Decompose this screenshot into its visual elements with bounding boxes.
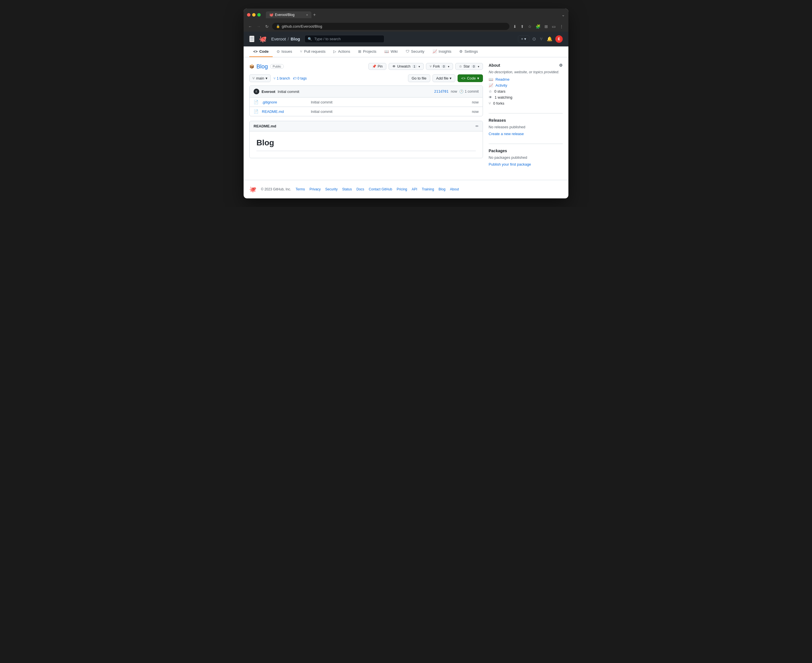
bookmark-icon[interactable]: ☆ <box>526 23 533 30</box>
issues-icon[interactable]: ⊙ <box>531 35 537 43</box>
commit-hash[interactable]: 211d701 <box>434 89 449 94</box>
hamburger-menu-icon[interactable]: ☰ <box>249 36 254 42</box>
star-button[interactable]: ☆ Star 0 <box>455 63 483 70</box>
new-button[interactable]: + ▾ <box>518 36 529 42</box>
releases-title: Releases <box>489 118 506 123</box>
publish-package-link[interactable]: Publish your first package <box>489 161 563 167</box>
tab-actions[interactable]: ▷ Actions <box>329 47 354 57</box>
footer-copyright: © 2023 GitHub, Inc. <box>261 187 291 191</box>
pin-icon: 📌 <box>372 65 376 68</box>
maximize-traffic-light[interactable] <box>257 13 261 16</box>
repo-content: 📦 Blog Public 📌 Pin 👁 Unwatch 1 <box>249 63 483 174</box>
traffic-lights <box>247 13 261 16</box>
tab-settings[interactable]: ⚙ Settings <box>455 47 482 57</box>
sidebar-divider-1 <box>489 113 563 113</box>
eye-stat-icon: 👁 <box>489 95 492 99</box>
sidebar-toggle-icon[interactable]: ▭ <box>550 23 557 30</box>
no-releases-text: No releases published <box>489 125 563 129</box>
branch-selector[interactable]: ⑂ main ▾ <box>249 74 271 82</box>
tab-code[interactable]: <> Code <box>249 47 273 57</box>
packages-section: Packages No packages published Publish y… <box>489 149 563 167</box>
extensions-icon[interactable]: 🧩 <box>534 23 542 30</box>
footer-training[interactable]: Training <box>422 187 434 191</box>
tab-insights[interactable]: 📈 Insights <box>428 47 455 57</box>
file-name[interactable]: .gitignore <box>262 100 307 104</box>
readme-filename: README.md <box>253 124 276 128</box>
repo-title: Blog <box>257 63 268 70</box>
reload-button[interactable]: ↻ <box>264 23 270 30</box>
edit-readme-button[interactable]: ✏ <box>476 124 479 128</box>
sidebar-divider-2 <box>489 144 563 144</box>
packages-header: Packages <box>489 149 563 153</box>
new-tab-button[interactable]: + <box>313 12 316 18</box>
branches-link[interactable]: ⑂ 1 branch <box>273 76 290 80</box>
tab-close-button[interactable]: × <box>306 13 308 16</box>
search-bar[interactable]: 🔍 Type / to search <box>305 35 384 43</box>
breadcrumb: Everoot / Blog <box>271 37 300 41</box>
pin-button[interactable]: 📌 Pin <box>368 63 386 70</box>
footer-blog[interactable]: Blog <box>439 187 445 191</box>
file-commit: Initial commit <box>311 110 468 114</box>
footer-about[interactable]: About <box>450 187 459 191</box>
back-button[interactable]: ← <box>247 23 253 30</box>
breadcrumb-separator: / <box>288 37 289 41</box>
fork-icon: ⑂ <box>429 65 432 68</box>
lock-icon: 🔒 <box>276 24 280 28</box>
tabs-icon[interactable]: ⊞ <box>543 23 549 30</box>
unwatch-button[interactable]: 👁 Unwatch 1 <box>389 63 424 70</box>
upload-icon[interactable]: ⬆ <box>519 23 525 30</box>
go-to-file-button[interactable]: Go to file <box>408 74 430 82</box>
main-content: 📦 Blog Public 📌 Pin 👁 Unwatch 1 <box>244 57 568 180</box>
footer-pricing[interactable]: Pricing <box>397 187 407 191</box>
tags-link[interactable]: 🏷 0 tags <box>293 76 307 80</box>
code-button[interactable]: <> Code ▾ <box>458 74 483 82</box>
tab-pull-requests[interactable]: ⑂ Pull requests <box>296 47 329 57</box>
commit-header: E Everoot Initial commit 211d701 now 🕐 1… <box>250 86 483 97</box>
code-icon: <> <box>461 76 465 80</box>
tab-issues[interactable]: ⊙ Issues <box>273 47 296 57</box>
repo-title-row: 📦 Blog Public 📌 Pin 👁 Unwatch 1 <box>249 63 483 70</box>
owner-link[interactable]: Everoot <box>271 37 286 41</box>
forward-button[interactable]: → <box>255 23 262 30</box>
star-icon: ☆ <box>459 65 462 68</box>
avatar[interactable]: E <box>555 36 563 43</box>
footer-contact[interactable]: Contact GitHub <box>369 187 392 191</box>
footer-terms[interactable]: Terms <box>296 187 305 191</box>
add-file-button[interactable]: Add file ▾ <box>433 74 455 82</box>
fork-button[interactable]: ⑂ Fork 0 <box>426 63 453 70</box>
minimize-traffic-light[interactable] <box>252 13 255 16</box>
tab-security[interactable]: 🛡 Security <box>402 47 428 57</box>
github-footer: 🐙 © 2023 GitHub, Inc. Terms Privacy Secu… <box>244 180 568 198</box>
menu-icon[interactable]: ⋮ <box>558 23 565 30</box>
github-header: ☰ 🐙 Everoot / Blog 🔍 Type / to search + … <box>244 32 568 47</box>
search-placeholder: Type / to search <box>314 37 341 41</box>
projects-tab-icon: ⊞ <box>358 49 361 53</box>
address-bar[interactable]: 🔒 github.com/Everoot/Blog <box>272 23 509 30</box>
readme-link[interactable]: 📖 Readme <box>489 76 563 82</box>
footer-docs[interactable]: Docs <box>357 187 364 191</box>
commit-count: 🕐 1 commit <box>459 89 479 94</box>
footer-status[interactable]: Status <box>342 187 352 191</box>
tab-wiki[interactable]: 📖 Wiki <box>380 47 402 57</box>
pull-requests-icon[interactable]: ⑂ <box>539 36 544 43</box>
tag-icon: 🏷 <box>293 76 296 80</box>
footer-privacy[interactable]: Privacy <box>309 187 321 191</box>
create-release-link[interactable]: Create a new release <box>489 131 563 137</box>
file-icon: 📄 <box>253 109 258 114</box>
browser-tab-active[interactable]: 🐙 Everoot/Blog × <box>266 11 312 18</box>
commit-time: now <box>451 89 457 94</box>
actions-tab-icon: ▷ <box>333 49 336 53</box>
download-icon[interactable]: ⬇ <box>512 23 518 30</box>
notifications-icon[interactable]: 🔔 <box>546 35 554 43</box>
activity-link[interactable]: 📈 Activity <box>489 82 563 88</box>
github-favicon-icon: 🐙 <box>269 13 273 17</box>
nav-bar: ← → ↻ 🔒 github.com/Everoot/Blog ⬇ ⬆ ☆ 🧩 … <box>244 21 568 32</box>
tab-projects[interactable]: ⊞ Projects <box>354 47 380 57</box>
file-name[interactable]: README.md <box>262 110 307 114</box>
footer-api[interactable]: API <box>412 187 417 191</box>
footer-security[interactable]: Security <box>325 187 337 191</box>
tab-expand-icon[interactable]: ⌄ <box>562 13 565 17</box>
close-traffic-light[interactable] <box>247 13 250 16</box>
settings-gear-icon[interactable]: ⚙ <box>559 63 563 68</box>
no-packages-text: No packages published <box>489 155 563 160</box>
